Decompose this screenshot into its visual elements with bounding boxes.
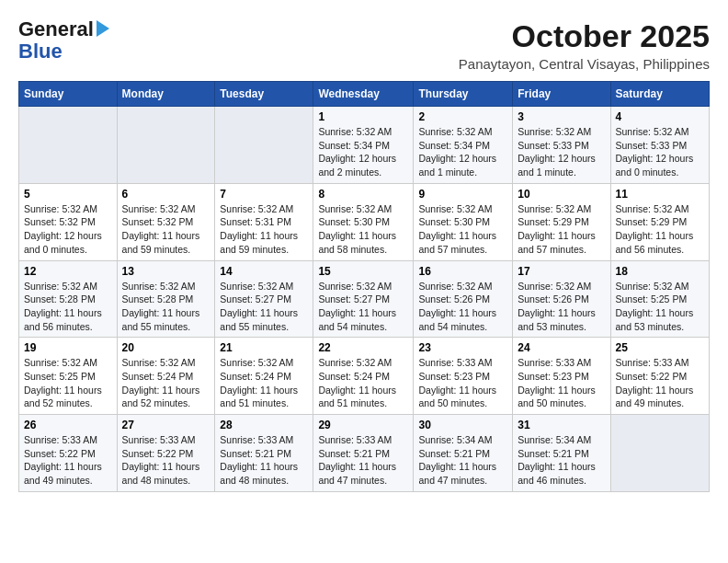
calendar-cell: 12Sunrise: 5:32 AMSunset: 5:28 PMDayligh… xyxy=(19,260,118,338)
calendar-cell: 17Sunrise: 5:32 AMSunset: 5:26 PMDayligh… xyxy=(513,260,610,338)
day-number: 5 xyxy=(24,188,112,201)
calendar-cell: 6Sunrise: 5:32 AMSunset: 5:32 PMDaylight… xyxy=(117,183,215,260)
day-info: Sunrise: 5:32 AMSunset: 5:29 PMDaylight:… xyxy=(616,202,705,257)
day-info: Sunrise: 5:33 AMSunset: 5:22 PMDaylight:… xyxy=(122,433,210,488)
calendar-cell: 10Sunrise: 5:32 AMSunset: 5:29 PMDayligh… xyxy=(513,183,610,260)
calendar-cell xyxy=(215,107,313,184)
day-info: Sunrise: 5:32 AMSunset: 5:30 PMDaylight:… xyxy=(318,202,408,257)
calendar-cell: 16Sunrise: 5:32 AMSunset: 5:26 PMDayligh… xyxy=(414,260,513,338)
day-number: 8 xyxy=(318,188,408,201)
calendar-cell: 11Sunrise: 5:32 AMSunset: 5:29 PMDayligh… xyxy=(610,183,710,260)
day-header-wednesday: Wednesday xyxy=(313,82,414,107)
day-number: 2 xyxy=(418,110,507,123)
logo-blue: Blue xyxy=(18,40,63,63)
day-number: 20 xyxy=(122,341,210,354)
day-number: 29 xyxy=(318,419,408,431)
day-info: Sunrise: 5:33 AMSunset: 5:22 PMDaylight:… xyxy=(616,356,705,410)
calendar-cell: 31Sunrise: 5:34 AMSunset: 5:21 PMDayligh… xyxy=(513,415,610,492)
day-info: Sunrise: 5:32 AMSunset: 5:32 PMDaylight:… xyxy=(122,202,210,257)
day-number: 25 xyxy=(616,341,705,354)
day-number: 13 xyxy=(122,265,210,278)
calendar-cell: 28Sunrise: 5:33 AMSunset: 5:21 PMDayligh… xyxy=(215,415,313,492)
day-info: Sunrise: 5:32 AMSunset: 5:29 PMDaylight:… xyxy=(518,202,605,257)
day-info: Sunrise: 5:32 AMSunset: 5:30 PMDaylight:… xyxy=(418,202,507,257)
day-info: Sunrise: 5:32 AMSunset: 5:27 PMDaylight:… xyxy=(318,280,408,334)
calendar-cell: 19Sunrise: 5:32 AMSunset: 5:25 PMDayligh… xyxy=(19,338,118,415)
day-number: 11 xyxy=(616,188,705,201)
day-info: Sunrise: 5:32 AMSunset: 5:25 PMDaylight:… xyxy=(616,280,705,334)
day-number: 31 xyxy=(518,419,605,431)
day-info: Sunrise: 5:34 AMSunset: 5:21 PMDaylight:… xyxy=(418,433,507,488)
day-info: Sunrise: 5:32 AMSunset: 5:24 PMDaylight:… xyxy=(122,356,210,410)
calendar-cell: 5Sunrise: 5:32 AMSunset: 5:32 PMDaylight… xyxy=(19,183,118,260)
day-number: 12 xyxy=(24,265,112,278)
calendar-cell: 21Sunrise: 5:32 AMSunset: 5:24 PMDayligh… xyxy=(215,338,313,415)
day-number: 9 xyxy=(418,188,507,201)
calendar-cell: 27Sunrise: 5:33 AMSunset: 5:22 PMDayligh… xyxy=(117,415,215,492)
header-row: SundayMondayTuesdayWednesdayThursdayFrid… xyxy=(19,82,710,107)
day-info: Sunrise: 5:32 AMSunset: 5:24 PMDaylight:… xyxy=(220,356,308,410)
calendar-cell: 4Sunrise: 5:32 AMSunset: 5:33 PMDaylight… xyxy=(610,107,710,184)
day-number: 22 xyxy=(318,341,408,354)
day-info: Sunrise: 5:32 AMSunset: 5:24 PMDaylight:… xyxy=(318,356,408,410)
day-info: Sunrise: 5:32 AMSunset: 5:26 PMDaylight:… xyxy=(518,280,605,334)
calendar-cell: 26Sunrise: 5:33 AMSunset: 5:22 PMDayligh… xyxy=(19,415,118,492)
day-header-saturday: Saturday xyxy=(610,82,710,107)
day-info: Sunrise: 5:33 AMSunset: 5:22 PMDaylight:… xyxy=(24,433,112,488)
day-number: 10 xyxy=(518,188,605,201)
week-row-5: 26Sunrise: 5:33 AMSunset: 5:22 PMDayligh… xyxy=(19,415,710,492)
day-info: Sunrise: 5:32 AMSunset: 5:34 PMDaylight:… xyxy=(418,125,507,179)
logo: General Blue xyxy=(18,18,109,63)
day-number: 15 xyxy=(318,265,408,278)
calendar-cell: 15Sunrise: 5:32 AMSunset: 5:27 PMDayligh… xyxy=(313,260,414,338)
day-info: Sunrise: 5:32 AMSunset: 5:28 PMDaylight:… xyxy=(122,280,210,334)
day-header-thursday: Thursday xyxy=(414,82,513,107)
day-number: 28 xyxy=(220,419,308,431)
calendar-cell: 14Sunrise: 5:32 AMSunset: 5:27 PMDayligh… xyxy=(215,260,313,338)
day-number: 24 xyxy=(518,341,605,354)
calendar-cell: 13Sunrise: 5:32 AMSunset: 5:28 PMDayligh… xyxy=(117,260,215,338)
calendar-cell: 1Sunrise: 5:32 AMSunset: 5:34 PMDaylight… xyxy=(313,107,414,184)
calendar-cell: 7Sunrise: 5:32 AMSunset: 5:31 PMDaylight… xyxy=(215,183,313,260)
calendar-cell xyxy=(117,107,215,184)
calendar-table: SundayMondayTuesdayWednesdayThursdayFrid… xyxy=(18,81,710,492)
day-info: Sunrise: 5:32 AMSunset: 5:25 PMDaylight:… xyxy=(24,356,112,410)
calendar-cell: 25Sunrise: 5:33 AMSunset: 5:22 PMDayligh… xyxy=(610,338,710,415)
day-info: Sunrise: 5:32 AMSunset: 5:27 PMDaylight:… xyxy=(220,280,308,334)
day-number: 27 xyxy=(122,419,210,431)
day-info: Sunrise: 5:32 AMSunset: 5:26 PMDaylight:… xyxy=(418,280,507,334)
calendar-cell: 22Sunrise: 5:32 AMSunset: 5:24 PMDayligh… xyxy=(313,338,414,415)
day-number: 18 xyxy=(616,265,705,278)
day-number: 30 xyxy=(418,419,507,431)
day-info: Sunrise: 5:32 AMSunset: 5:32 PMDaylight:… xyxy=(24,202,112,257)
calendar-cell: 9Sunrise: 5:32 AMSunset: 5:30 PMDaylight… xyxy=(414,183,513,260)
day-number: 4 xyxy=(616,110,705,123)
week-row-4: 19Sunrise: 5:32 AMSunset: 5:25 PMDayligh… xyxy=(19,338,710,415)
week-row-3: 12Sunrise: 5:32 AMSunset: 5:28 PMDayligh… xyxy=(19,260,710,338)
week-row-2: 5Sunrise: 5:32 AMSunset: 5:32 PMDaylight… xyxy=(19,183,710,260)
calendar-cell xyxy=(610,415,710,492)
day-header-monday: Monday xyxy=(117,82,215,107)
day-header-friday: Friday xyxy=(513,82,610,107)
location-title: Panaytayon, Central Visayas, Philippines xyxy=(459,56,710,72)
day-number: 14 xyxy=(220,265,308,278)
calendar-cell xyxy=(19,107,118,184)
calendar-cell: 23Sunrise: 5:33 AMSunset: 5:23 PMDayligh… xyxy=(414,338,513,415)
day-info: Sunrise: 5:32 AMSunset: 5:31 PMDaylight:… xyxy=(220,202,308,257)
calendar-cell: 2Sunrise: 5:32 AMSunset: 5:34 PMDaylight… xyxy=(414,107,513,184)
calendar-cell: 8Sunrise: 5:32 AMSunset: 5:30 PMDaylight… xyxy=(313,183,414,260)
day-header-sunday: Sunday xyxy=(19,82,118,107)
day-number: 23 xyxy=(418,341,507,354)
day-info: Sunrise: 5:32 AMSunset: 5:33 PMDaylight:… xyxy=(518,125,605,179)
logo-text: General xyxy=(18,18,94,40)
day-number: 7 xyxy=(220,188,308,201)
day-info: Sunrise: 5:33 AMSunset: 5:21 PMDaylight:… xyxy=(318,433,408,488)
calendar-cell: 24Sunrise: 5:33 AMSunset: 5:23 PMDayligh… xyxy=(513,338,610,415)
day-info: Sunrise: 5:34 AMSunset: 5:21 PMDaylight:… xyxy=(518,433,605,488)
calendar-cell: 3Sunrise: 5:32 AMSunset: 5:33 PMDaylight… xyxy=(513,107,610,184)
day-number: 21 xyxy=(220,341,308,354)
calendar-cell: 30Sunrise: 5:34 AMSunset: 5:21 PMDayligh… xyxy=(414,415,513,492)
calendar-cell: 29Sunrise: 5:33 AMSunset: 5:21 PMDayligh… xyxy=(313,415,414,492)
day-number: 1 xyxy=(318,110,408,123)
day-info: Sunrise: 5:32 AMSunset: 5:34 PMDaylight:… xyxy=(318,125,408,179)
